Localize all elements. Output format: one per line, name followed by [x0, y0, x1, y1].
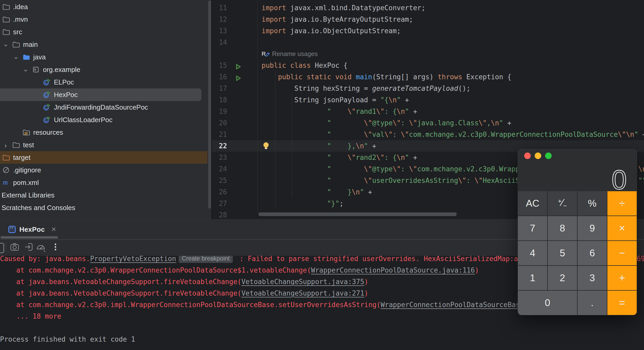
- tree-item-label: java: [33, 53, 46, 61]
- stack-frame-link[interactable]: VetoableChangeSupport.java:271: [241, 289, 364, 297]
- tree-item--idea[interactable]: .idea: [0, 1, 211, 13]
- error-text: ): [364, 278, 369, 286]
- code-line-14[interactable]: [262, 37, 644, 48]
- error-text: at java.beans.VetoableChangeSupport.fire…: [16, 289, 241, 297]
- gutter-line-25: 25: [212, 175, 257, 186]
- tree-item-org-example[interactable]: org.example: [0, 63, 211, 76]
- stack-frame-link[interactable]: VetoableChangeSupport.java:375: [241, 278, 364, 286]
- calc-equals-button[interactable]: =: [607, 291, 637, 315]
- line-number: 27: [212, 198, 227, 209]
- tree-item-main[interactable]: main: [0, 38, 211, 51]
- calc-negate-button[interactable]: +⁄−: [548, 191, 577, 216]
- line-number: 26: [212, 186, 227, 198]
- profiler-gauge-icon[interactable]: [35, 241, 47, 253]
- import-snapshot-icon[interactable]: [23, 241, 35, 253]
- calc-digit-0-button[interactable]: 0: [518, 291, 577, 315]
- folder-icon: [12, 41, 20, 48]
- chevron-right-icon[interactable]: [3, 142, 8, 148]
- tree-item-resources[interactable]: resources: [0, 126, 211, 139]
- folder-icon: [2, 15, 10, 23]
- tree-item-external-libraries[interactable]: External Libraries: [0, 189, 211, 201]
- calc-digit-4-button[interactable]: 4: [518, 241, 547, 265]
- maven-file-icon: m: [2, 179, 10, 187]
- calc-multiply-button[interactable]: ×: [607, 216, 637, 240]
- calc-percent-button[interactable]: %: [578, 191, 607, 216]
- intention-bulb-icon[interactable]: [262, 141, 270, 151]
- tab-hexpoc[interactable]: HexPoc ✕: [8, 223, 56, 236]
- tree-item-label: External Libraries: [2, 191, 54, 199]
- close-tab-icon[interactable]: ✕: [51, 226, 56, 233]
- calculator-window[interactable]: 0 AC+⁄−%÷789×456−123+0.=: [518, 149, 637, 315]
- tree-item-elpoc[interactable]: ELPoc: [0, 76, 211, 88]
- tree-item-test[interactable]: test: [0, 139, 211, 151]
- tree-item-urlclassloaderpoc[interactable]: UrlClassLoaderPoc: [0, 114, 211, 126]
- project-tree-scrollbar[interactable]: [208, 1, 211, 208]
- line-number: 28: [212, 209, 227, 219]
- calc-divide-button[interactable]: ÷: [607, 191, 637, 216]
- run-line-button[interactable]: [235, 74, 242, 80]
- code-line-21[interactable]: " \"val\": \"com.mchange.v2.c3p0.Wrapper…: [262, 129, 644, 140]
- line-number: 13: [212, 25, 227, 37]
- more-options-icon[interactable]: [50, 241, 61, 253]
- ignored-file-icon: [2, 166, 10, 174]
- line-number: 15: [212, 60, 227, 71]
- calc-decimal-button[interactable]: .: [578, 291, 607, 315]
- line-number: 12: [212, 14, 227, 25]
- tree-item-label: ELPoc: [54, 78, 74, 86]
- sources-folder-icon: [22, 53, 30, 61]
- tree-item--mvn[interactable]: .mvn: [0, 13, 211, 26]
- camera-icon[interactable]: [9, 241, 20, 253]
- code-line-13[interactable]: import java.io.ObjectOutputStream;: [262, 25, 644, 37]
- gutter-line-27: 27: [212, 198, 257, 209]
- tree-item-java[interactable]: java: [0, 51, 211, 63]
- close-window-button[interactable]: [524, 153, 531, 159]
- stack-frame-link[interactable]: PropertyVetoException: [90, 256, 176, 263]
- calc-digit-3-button[interactable]: 3: [578, 266, 607, 290]
- tree-item-target[interactable]: target: [0, 151, 207, 164]
- calc-subtract-button[interactable]: −: [607, 241, 637, 265]
- calc-digit-5-button[interactable]: 5: [548, 241, 577, 265]
- calc-digit-8-button[interactable]: 8: [548, 216, 577, 240]
- code-line-12[interactable]: import java.io.ByteArrayOutputStream;: [262, 14, 644, 25]
- tree-item--gitignore[interactable]: .gitignore: [0, 164, 211, 176]
- tree-item-hexpoc[interactable]: HexPoc: [0, 88, 201, 101]
- chevron-down-icon[interactable]: [23, 67, 28, 72]
- tree-item-jndiforwardingdatasourcepoc[interactable]: JndiForwardingDataSourcePoc: [0, 101, 211, 114]
- rename-usages-inlay[interactable]: RRename usages: [262, 48, 644, 60]
- gutter-line-19: 19: [212, 106, 257, 117]
- code-line-16[interactable]: public static void main(String[] args) t…: [262, 71, 644, 83]
- code-line-19[interactable]: " \"rand1\": {\n" +: [262, 106, 644, 117]
- calc-digit-1-button[interactable]: 1: [518, 266, 547, 290]
- editor-horizontal-scrollbar[interactable]: [258, 212, 457, 216]
- zoom-window-button[interactable]: [545, 153, 552, 159]
- calc-digit-6-button[interactable]: 6: [578, 241, 607, 265]
- create-breakpoint-chip[interactable]: Create breakpoint: [179, 256, 233, 263]
- calc-digit-9-button[interactable]: 9: [578, 216, 607, 240]
- tree-item-label: UrlClassLoaderPoc: [54, 116, 112, 124]
- clipped-toolbar-icon[interactable]: [0, 243, 4, 253]
- code-line-15[interactable]: public class HexPoc {: [262, 60, 644, 71]
- gutter-line-17: 17: [212, 83, 257, 94]
- code-line-18[interactable]: String jsonPayload = "{\n" +: [262, 94, 644, 106]
- calc-add-button[interactable]: +: [607, 266, 637, 290]
- run-line-button[interactable]: [235, 62, 242, 69]
- calc-digit-2-button[interactable]: 2: [548, 266, 577, 290]
- error-text: at com.mchange.v2.c3p0.WrapperConnection…: [16, 266, 311, 274]
- tree-item-label: pom.xml: [13, 179, 39, 187]
- code-line-17[interactable]: String hexString = generateTomcatPayload…: [262, 83, 644, 94]
- stack-frame-link[interactable]: WrapperConnectionPoolDataSource.java:116: [311, 266, 475, 274]
- code-line-11[interactable]: import javax.xml.bind.DatatypeConverter;: [262, 2, 644, 14]
- tree-item-src[interactable]: src: [0, 26, 211, 38]
- line-number: 14: [212, 37, 227, 48]
- tabbar-scrollbar[interactable]: [1, 236, 58, 239]
- chevron-down-icon[interactable]: [3, 42, 8, 47]
- tree-item-scratches-and-consoles[interactable]: Scratches and Consoles: [0, 201, 211, 214]
- calc-digit-7-button[interactable]: 7: [518, 216, 547, 240]
- tree-item-pom-xml[interactable]: mpom.xml: [0, 176, 211, 189]
- minimize-window-button[interactable]: [535, 153, 541, 159]
- error-text: ... 18 more: [16, 312, 61, 320]
- chevron-down-icon[interactable]: [13, 54, 19, 60]
- calc-clear-button[interactable]: AC: [518, 191, 547, 216]
- folder-icon: [2, 28, 10, 36]
- code-line-20[interactable]: " \"@type\": \"java.lang.Class\",\n" +: [262, 117, 644, 129]
